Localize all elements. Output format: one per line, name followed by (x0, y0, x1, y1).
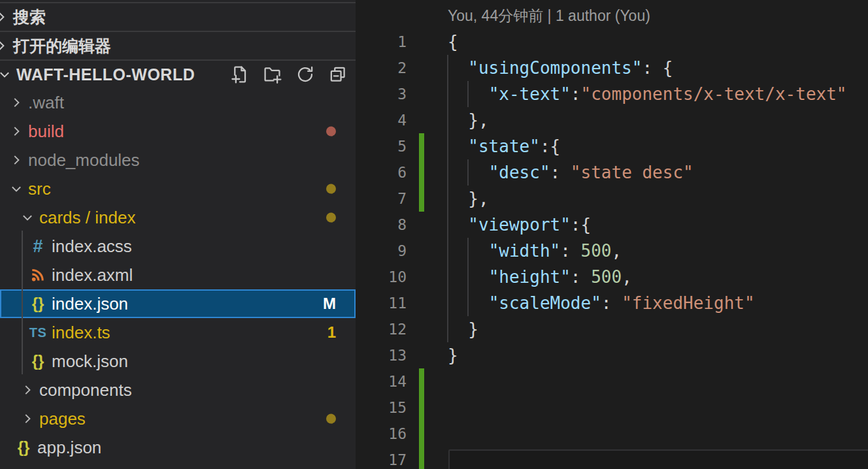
editor-widget-panel (448, 449, 868, 469)
code-line-3[interactable]: 3 "x-text":"components/x-text/x-text" (356, 81, 868, 107)
chevron-right-icon (20, 412, 35, 426)
git-status-dot-badge (326, 213, 336, 223)
tree-item-label: cards / index (39, 208, 135, 228)
new-file-button[interactable] (230, 65, 250, 84)
code-text: "desc": "state desc" (448, 159, 693, 186)
indent-guide (467, 81, 469, 107)
git-added-gutter-bar (419, 159, 424, 186)
code-line-5[interactable]: 5 "state":{ (356, 133, 868, 159)
code-text: "height": 500, (448, 264, 632, 290)
code-text: } (448, 342, 458, 368)
git-status-dot-badge (326, 184, 336, 194)
line-number: 9 (356, 238, 407, 264)
git-added-gutter-bar (419, 447, 424, 469)
code-text: "width": 500, (448, 238, 622, 264)
tree-item-label: mock.json (52, 351, 128, 372)
git-status-dot-badge (326, 414, 336, 424)
code-lines: 1{2 "usingComponents": {3 "x-text":"comp… (356, 29, 868, 469)
folder-row-node_modules[interactable]: node_modules (0, 146, 356, 174)
explorer-sidebar: 搜索 打开的编辑器 WAFT-HELLO-WORLD .waftbuildnod… (0, 0, 356, 469)
tree-item-label: node_modules (28, 150, 140, 170)
code-text: }, (448, 107, 489, 133)
code-line-2[interactable]: 2 "usingComponents": { (356, 55, 868, 81)
code-line-15[interactable]: 15 (356, 395, 868, 421)
code-line-16[interactable]: 16 (356, 421, 868, 447)
line-number: 1 (356, 29, 407, 55)
git-status-badge: 1 (327, 323, 336, 342)
git-status-badge: M (323, 295, 336, 313)
chevron-right-icon (20, 383, 35, 397)
tree-item-label: app.json (37, 438, 101, 458)
file-row-app.json[interactable]: {}app.json (0, 433, 356, 462)
line-number: 11 (356, 290, 407, 316)
folder-row-build[interactable]: build (0, 117, 356, 146)
folder-row-pages[interactable]: pages (0, 404, 356, 433)
code-line-4[interactable]: 4 }, (356, 107, 868, 133)
git-blame-annotation[interactable]: You, 44分钟前 | 1 author (You) (356, 3, 868, 29)
tree-item-label: index.json (52, 294, 128, 314)
folder-row-.waft[interactable]: .waft (0, 88, 356, 117)
git-added-gutter-bar (419, 186, 424, 212)
folder-row-src[interactable]: src (0, 174, 356, 203)
hash-file-icon: # (30, 236, 46, 257)
chevron-down-icon (20, 210, 35, 225)
code-text: "state":{ (448, 133, 560, 159)
section-header-project[interactable]: WAFT-HELLO-WORLD (0, 59, 356, 88)
code-line-6[interactable]: 6 "desc": "state desc" (356, 159, 868, 186)
line-number: 12 (356, 316, 407, 342)
code-line-1[interactable]: 1{ (356, 29, 868, 55)
code-line-8[interactable]: 8 "viewport":{ (356, 212, 868, 238)
refresh-button[interactable] (295, 65, 315, 84)
ts-file-icon: TS (30, 325, 46, 340)
tree-item-label: index.ts (52, 323, 110, 343)
folder-row-components[interactable]: components (0, 376, 356, 404)
code-line-13[interactable]: 13} (356, 342, 868, 368)
file-row-index.acss[interactable]: #index.acss (0, 232, 356, 261)
line-number: 13 (356, 342, 407, 368)
file-row-index.axml[interactable]: index.axml (0, 261, 356, 289)
tree-item-label: build (28, 121, 64, 142)
braces-file-icon: {} (30, 295, 46, 313)
vscode-window: 搜索 打开的编辑器 WAFT-HELLO-WORLD .waftbuildnod… (0, 0, 868, 469)
code-line-9[interactable]: 9 "width": 500, (356, 238, 868, 264)
tree-item-label: components (39, 380, 132, 400)
braces-file-icon: {} (16, 438, 31, 457)
code-text: "scaleMode": "fixedHeight" (448, 290, 755, 316)
code-line-10[interactable]: 10 "height": 500, (356, 264, 868, 290)
line-number: 17 (356, 447, 407, 469)
code-line-7[interactable]: 7 }, (356, 186, 868, 212)
code-text: "viewport":{ (448, 212, 591, 238)
indent-guide (467, 159, 469, 186)
line-number: 15 (356, 395, 407, 421)
chevron-right-icon (0, 10, 8, 24)
code-line-12[interactable]: 12 } (356, 316, 868, 342)
chevron-down-icon (0, 67, 12, 82)
tree-indent-guide (22, 231, 23, 374)
line-number: 5 (356, 133, 407, 159)
line-number: 3 (356, 81, 407, 107)
chevron-right-icon (9, 124, 24, 138)
file-row-index.ts[interactable]: TSindex.ts1 (0, 318, 356, 347)
collapse-all-button[interactable] (328, 65, 348, 84)
chevron-down-icon (9, 182, 24, 196)
line-number: 2 (356, 55, 407, 81)
section-header-search[interactable]: 搜索 (0, 2, 356, 31)
file-row-index.json[interactable]: {}index.jsonM (0, 289, 356, 318)
folder-row-cards/index[interactable]: cards / index (0, 203, 356, 232)
code-line-11[interactable]: 11 "scaleMode": "fixedHeight" (356, 290, 868, 316)
file-tree: .waftbuildnode_modulessrccards / index#i… (0, 88, 356, 462)
section-header-open-editors[interactable]: 打开的编辑器 (0, 31, 356, 59)
tree-item-label: pages (39, 409, 86, 429)
code-text: { (448, 29, 458, 55)
git-added-gutter-bar (419, 395, 424, 421)
file-row-mock.json[interactable]: {}mock.json (0, 347, 356, 376)
chevron-right-icon (0, 39, 8, 53)
tree-item-label: index.axml (52, 265, 133, 285)
line-number: 6 (356, 159, 407, 186)
section-label: 搜索 (13, 7, 46, 28)
code-line-14[interactable]: 14 (356, 368, 868, 395)
line-number: 8 (356, 212, 407, 238)
new-folder-button[interactable] (263, 65, 282, 84)
code-text: "usingComponents": { (448, 55, 673, 81)
braces-file-icon: {} (30, 352, 46, 370)
